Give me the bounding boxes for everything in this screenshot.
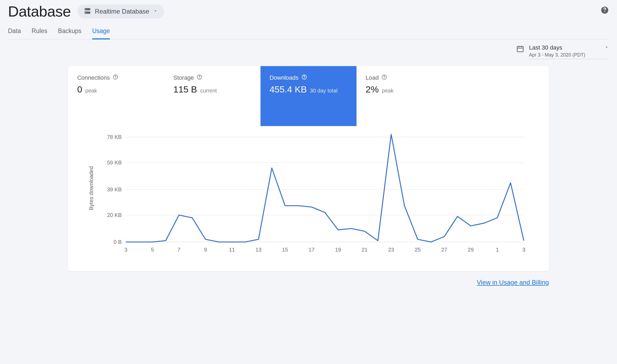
svg-text:78 KB: 78 KB [107, 134, 122, 140]
tab-usage[interactable]: Usage [92, 25, 110, 39]
metric-empty [453, 66, 549, 126]
svg-text:9: 9 [204, 247, 207, 253]
chevron-down-icon [153, 9, 158, 14]
svg-text:25: 25 [415, 247, 421, 253]
view-usage-billing-link[interactable]: View in Usage and Billing [477, 279, 549, 286]
svg-text:39 KB: 39 KB [107, 187, 122, 192]
svg-text:19: 19 [335, 247, 341, 253]
svg-text:15: 15 [282, 247, 288, 253]
svg-point-3 [86, 12, 86, 13]
svg-text:Bytes downloaded: Bytes downloaded [88, 166, 94, 210]
svg-text:13: 13 [256, 247, 262, 253]
svg-point-12 [199, 78, 200, 79]
svg-rect-0 [85, 8, 90, 10]
svg-rect-5 [517, 46, 523, 52]
help-icon[interactable] [197, 74, 202, 82]
metric-label: Downloads [270, 74, 299, 81]
database-icon [84, 7, 91, 16]
svg-text:20 KB: 20 KB [107, 212, 122, 218]
svg-text:5: 5 [151, 247, 154, 253]
svg-text:7: 7 [178, 247, 181, 253]
help-icon[interactable] [301, 74, 307, 82]
help-icon[interactable] [381, 74, 387, 82]
chevron-down-icon [604, 44, 609, 51]
metric-value: 2% [366, 84, 379, 95]
svg-point-2 [86, 9, 86, 10]
svg-point-14 [304, 78, 305, 79]
date-range-main: Last 30 days [529, 44, 562, 51]
svg-text:0 B: 0 B [114, 239, 122, 245]
metric-sublabel: peak [85, 88, 97, 94]
tab-data[interactable]: Data [8, 25, 21, 39]
metric-connections[interactable]: Connections0peak [68, 66, 164, 126]
metric-storage[interactable]: Storage115 Bcurrent [164, 66, 261, 126]
page-title: Database [8, 3, 71, 20]
tab-rules[interactable]: Rules [32, 25, 47, 39]
metric-label: Load [366, 74, 379, 81]
metric-label: Storage [173, 74, 194, 81]
metric-downloads[interactable]: Downloads455.4 KB30 day total [261, 66, 357, 126]
metric-sublabel: current [200, 88, 217, 94]
svg-text:59 KB: 59 KB [107, 160, 122, 165]
calendar-icon [516, 45, 524, 54]
metric-value: 0 [77, 84, 82, 95]
svg-rect-1 [85, 11, 90, 14]
tab-bar: DataRulesBackupsUsage [8, 25, 609, 39]
svg-point-16 [384, 78, 384, 79]
database-selector-label: Realtime Database [95, 8, 149, 15]
svg-text:3: 3 [522, 247, 525, 253]
date-range-sub: Apr 3 - May 3, 2020 (PDT) [529, 52, 609, 58]
svg-text:11: 11 [229, 247, 235, 253]
tab-backups[interactable]: Backups [58, 25, 81, 39]
svg-text:29: 29 [468, 247, 474, 253]
metric-sublabel: 30 day total [310, 88, 338, 94]
usage-card: Connections0peakStorage115 BcurrentDownl… [68, 66, 549, 271]
svg-text:21: 21 [362, 247, 368, 253]
svg-text:27: 27 [441, 247, 447, 253]
svg-text:1: 1 [496, 247, 499, 253]
date-range-picker[interactable]: Last 30 days Apr 3 - May 3, 2020 (PDT) [516, 44, 609, 59]
svg-text:17: 17 [309, 247, 315, 253]
downloads-chart: Bytes downloaded0 B20 KB39 KB59 KB78 KB3… [84, 131, 533, 257]
svg-point-10 [115, 78, 116, 79]
metric-sublabel: peak [382, 88, 393, 94]
help-button[interactable] [600, 6, 609, 14]
help-icon[interactable] [113, 74, 118, 82]
svg-text:3: 3 [125, 247, 127, 253]
svg-text:23: 23 [388, 247, 394, 253]
metric-label: Connections [77, 74, 110, 81]
metric-value: 115 B [173, 84, 197, 95]
metric-value: 455.4 KB [270, 84, 307, 95]
metric-load[interactable]: Load2%peak [356, 66, 453, 126]
database-selector[interactable]: Realtime Database [77, 5, 164, 18]
